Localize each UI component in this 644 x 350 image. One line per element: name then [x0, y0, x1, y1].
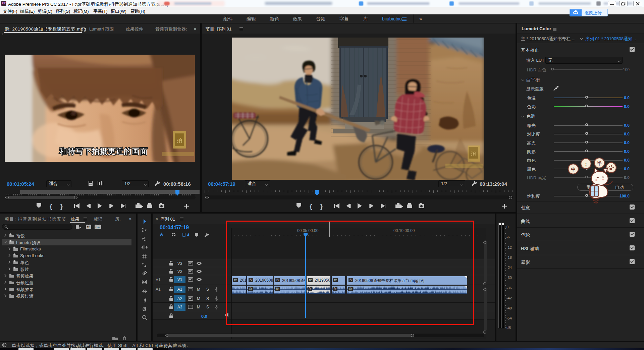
- svg-text:{: {: [50, 203, 52, 210]
- svg-text:拍: 拍: [176, 137, 182, 143]
- svg-text:}: }: [320, 203, 323, 210]
- svg-text:;: ;: [585, 161, 587, 167]
- svg-text:半: 半: [597, 161, 602, 166]
- svg-text:}: }: [60, 203, 63, 210]
- svg-text:和特写下拍摄更近的画面: 和特写下拍摄更近的画面: [59, 147, 148, 156]
- svg-text:{: {: [310, 203, 312, 210]
- svg-text:YUV: YUV: [95, 226, 100, 229]
- svg-text:32: 32: [87, 226, 90, 229]
- svg-text:拍: 拍: [471, 150, 476, 156]
- svg-text:中: 中: [571, 167, 576, 172]
